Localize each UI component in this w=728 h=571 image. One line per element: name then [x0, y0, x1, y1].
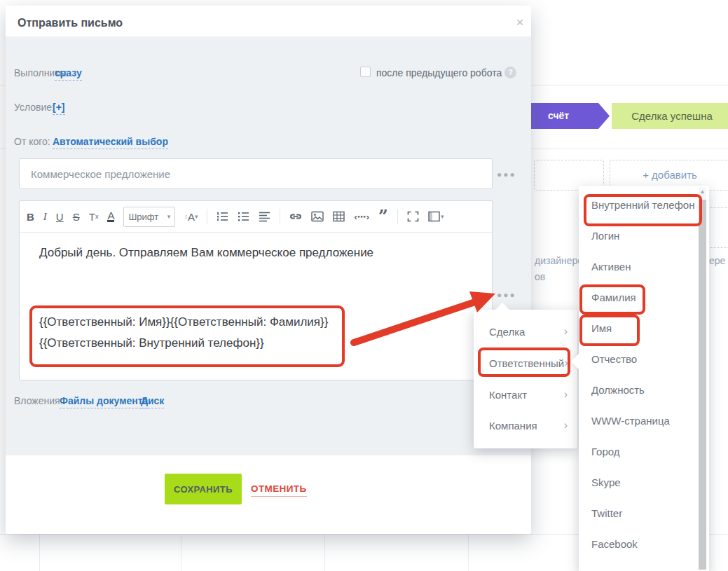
- responsible-fields-menu: Внутренний телефон Логин Активен Фамилия…: [579, 186, 709, 571]
- execute-value-link[interactable]: сразу: [55, 67, 82, 81]
- field-item-login[interactable]: Логин: [579, 221, 694, 252]
- ordered-list-button[interactable]: [217, 211, 228, 222]
- italic-button[interactable]: I: [43, 211, 47, 223]
- menu-item-responsible[interactable]: Ответственный ›: [474, 348, 577, 378]
- insert-field-entity-menu: Сделка › Ответственный › Контакт › Компа…: [474, 310, 577, 448]
- email-body-line: Добрый день. Отправляем Вам коммерческое…: [39, 246, 373, 260]
- email-body-editor[interactable]: B I U S Tx A Шрифт ▾ ↕ A ▾: [19, 200, 493, 380]
- pipeline-stage-won-label: Сделка успешна: [631, 110, 713, 122]
- dialog-title: Отправить письмо: [18, 17, 123, 29]
- blockquote-button[interactable]: ”: [378, 212, 388, 221]
- help-icon[interactable]: ?: [504, 67, 516, 78]
- chevron-right-icon: ›: [564, 325, 568, 338]
- save-button[interactable]: СОХРАНИТЬ: [165, 474, 242, 504]
- kanban-column-divider: [324, 535, 325, 571]
- font-size-select[interactable]: ↕ A ▾: [184, 211, 198, 223]
- pipeline-stage-invoice-label: счёт: [548, 110, 569, 121]
- email-body-line: --: [39, 299, 47, 313]
- condition-label: Условие:: [14, 102, 55, 113]
- after-previous-robot-checkbox[interactable]: [360, 67, 371, 77]
- layout-view-button[interactable]: ▾: [428, 211, 444, 222]
- insert-image-button[interactable]: [311, 211, 324, 222]
- fullscreen-button[interactable]: [407, 211, 419, 222]
- insert-code-button[interactable]: ‹⋯›: [354, 212, 369, 222]
- cancel-button[interactable]: ОТМЕНИТЬ: [251, 483, 307, 497]
- close-icon[interactable]: ×: [511, 14, 528, 31]
- body-insert-field-button[interactable]: ●●●: [497, 290, 516, 300]
- field-item-last-name[interactable]: Фамилия: [579, 282, 694, 313]
- field-item-active[interactable]: Активен: [579, 252, 694, 282]
- bullet-list-button[interactable]: [238, 211, 249, 222]
- crm-page: счёт Сделка успешна + добавить дизайнере…: [0, 0, 728, 571]
- field-item-twitter[interactable]: Twitter: [579, 498, 694, 529]
- chevron-down-icon: ▾: [441, 213, 444, 220]
- attach-document-files-link[interactable]: Файлы документа: [60, 395, 148, 408]
- field-item-position[interactable]: Должность: [579, 375, 694, 406]
- from-label: От кого:: [14, 136, 50, 147]
- pipeline-stage-invoice[interactable]: счёт: [527, 103, 610, 129]
- chevron-right-icon: ›: [564, 388, 568, 401]
- strikethrough-button[interactable]: S: [73, 211, 80, 223]
- bg-card-text-fragment: ов: [535, 271, 545, 282]
- email-body-line: {{Ответственный: Внутренний телефон}}: [39, 336, 264, 350]
- after-previous-robot-label: после предыдущего робота: [376, 67, 502, 78]
- from-value-link[interactable]: Автоматический выбор: [53, 136, 168, 149]
- condition-add-link[interactable]: [+]: [53, 102, 65, 115]
- field-item-first-name[interactable]: Имя: [579, 313, 694, 344]
- menu-item-company[interactable]: Компания ›: [474, 410, 577, 441]
- font-family-select[interactable]: Шрифт ▾: [123, 207, 175, 227]
- chevron-down-icon: ▾: [195, 213, 198, 220]
- chevron-down-icon: ▾: [167, 213, 171, 220]
- bold-button[interactable]: B: [27, 211, 34, 223]
- subject-value: Коммерческое предложение: [31, 168, 170, 180]
- chevron-right-icon: ›: [564, 419, 568, 432]
- field-item-facebook[interactable]: Facebook: [579, 529, 694, 560]
- subject-insert-field-button[interactable]: ●●●: [497, 170, 516, 179]
- field-item-skype[interactable]: Skype: [579, 467, 694, 498]
- insert-table-button[interactable]: [333, 211, 345, 222]
- field-item-middle-name[interactable]: Отчество: [579, 344, 694, 375]
- bg-card-text-fragment: ере: [709, 255, 725, 266]
- chevron-right-icon: ›: [564, 357, 568, 369]
- insert-link-button[interactable]: [289, 211, 302, 222]
- kanban-column-divider: [181, 535, 181, 571]
- editor-toolbar: B I U S Tx A Шрифт ▾ ↕ A ▾: [20, 201, 492, 233]
- scrollbar-thumb[interactable]: [699, 200, 706, 570]
- field-item-www-page[interactable]: WWW-страница: [579, 406, 694, 436]
- bg-card-text-fragment: дизайнере: [535, 255, 583, 266]
- field-item-internal-phone[interactable]: Внутренний телефон: [579, 190, 694, 221]
- scroll-up-icon[interactable]: ▲: [699, 188, 706, 195]
- text-color-button[interactable]: A: [107, 211, 114, 222]
- subject-input[interactable]: Коммерческое предложение: [19, 158, 493, 189]
- attachments-label: Вложения:: [14, 395, 62, 406]
- font-family-value: Шрифт: [128, 212, 158, 222]
- underline-button[interactable]: U: [56, 211, 64, 223]
- kanban-column-divider: [39, 535, 40, 571]
- toolbar-separator: [397, 209, 398, 224]
- toolbar-separator: [207, 209, 207, 224]
- attach-disk-link[interactable]: Диск: [141, 395, 164, 408]
- clear-format-button[interactable]: Tx: [89, 211, 99, 223]
- align-button[interactable]: [259, 211, 270, 222]
- field-item-city[interactable]: Город: [579, 436, 694, 467]
- kanban-column-divider: [468, 535, 469, 571]
- email-body-line: {{Ответственный: Имя}}{{Ответственный: Ф…: [39, 315, 328, 329]
- toolbar-separator: [280, 209, 280, 224]
- menu-item-contact[interactable]: Контакт ›: [474, 379, 577, 410]
- pipeline-stage-won[interactable]: Сделка успешна: [612, 103, 728, 129]
- menu-item-deal[interactable]: Сделка ›: [474, 316, 577, 347]
- send-email-dialog: Отправить письмо × Выполнить: сразу посл…: [6, 6, 531, 534]
